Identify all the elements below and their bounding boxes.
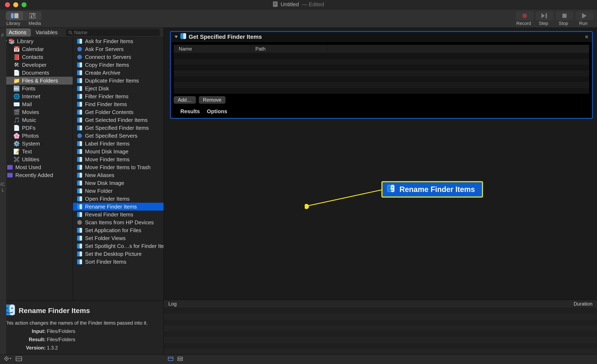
alt-log-view-button[interactable] (177, 356, 183, 362)
workflow-canvas[interactable]: Get Specified Finder Items × Name Path A… (164, 28, 597, 300)
disclosure-triangle-icon[interactable] (174, 36, 178, 38)
action-item[interactable]: New Disk Image (73, 179, 164, 187)
svg-rect-31 (80, 110, 82, 115)
smart-folder-item[interactable]: Most Used (0, 163, 73, 171)
category-item[interactable]: 🎬Movies (0, 108, 73, 116)
action-table-body[interactable] (174, 53, 589, 94)
action-item-label: Label Finder Items (85, 141, 130, 147)
name-column-header[interactable]: Name (174, 45, 251, 53)
category-item[interactable]: 🎵Music (0, 116, 73, 124)
run-button[interactable] (575, 11, 593, 20)
svg-rect-13 (7, 173, 13, 177)
gear-menu-button[interactable] (4, 356, 11, 363)
options-tab[interactable]: Options (207, 108, 227, 115)
action-item[interactable]: Filter Finder Items (73, 92, 164, 100)
record-label: Record (516, 21, 531, 26)
action-icon (77, 157, 83, 162)
action-item[interactable]: Get Folder Contents (73, 108, 164, 116)
svg-rect-12 (7, 165, 13, 170)
action-item[interactable]: Get Selected Finder Items (73, 116, 164, 124)
record-button[interactable] (516, 11, 534, 20)
action-item[interactable]: Move Finder Items to Trash (73, 163, 164, 171)
action-item[interactable]: Get Specified Servers (73, 132, 164, 140)
close-action-button[interactable]: × (585, 34, 588, 40)
category-item[interactable]: 🔤Fonts (0, 85, 73, 92)
action-item[interactable]: Eject Disk (73, 85, 164, 92)
media-view-button[interactable] (24, 11, 41, 20)
svg-point-36 (77, 134, 82, 138)
action-item[interactable]: Copy Finder Items (73, 61, 164, 69)
list-icon (168, 357, 173, 361)
svg-rect-56 (80, 212, 82, 217)
smart-folder-item[interactable]: Recently Added (0, 171, 73, 179)
info-title: Rename Finder Items (19, 307, 90, 315)
stop-button[interactable] (556, 11, 573, 20)
category-item[interactable]: 📄PDFs (0, 124, 73, 132)
drag-item-rename-finder-items[interactable]: Rename Finder Items (381, 181, 483, 198)
action-icon (77, 227, 83, 233)
action-item[interactable]: Create Archive (73, 69, 164, 77)
action-item-label: Scan Items from HP Devices (85, 219, 154, 226)
action-item[interactable]: Set Folder Views (73, 234, 164, 242)
action-item[interactable]: Open Finder Items (73, 195, 164, 203)
action-item[interactable]: New Aliases (73, 171, 164, 179)
library-root[interactable]: 📚Library (0, 37, 73, 45)
gear-icon (4, 356, 11, 361)
category-item[interactable]: 🌸Photos (0, 132, 73, 140)
actions-tab[interactable]: Actions (4, 28, 31, 37)
action-item-label: Get Folder Contents (85, 109, 134, 115)
category-icon: 📁 (14, 78, 19, 84)
action-item-label: Set Spotlight Co…s for Finder Items (85, 243, 164, 249)
action-item[interactable]: Ask for Finder Items (73, 37, 164, 45)
log-body[interactable] (164, 308, 597, 355)
variables-toggle-button[interactable] (16, 356, 22, 363)
path-column-header[interactable]: Path (251, 45, 327, 53)
action-item[interactable]: Set Application for Files (73, 226, 164, 234)
category-item[interactable]: ✖️Utilities (0, 156, 73, 163)
action-item[interactable]: Reveal Finder Items (73, 211, 164, 219)
category-item[interactable]: ⚙️System (0, 140, 73, 148)
category-item[interactable]: 📁Files & Folders (0, 77, 73, 85)
category-list[interactable]: 📚Library📅Calendar📕Contacts🛠Developer📄Doc… (0, 37, 73, 301)
action-item[interactable]: Find Finder Items (73, 100, 164, 108)
remove-button[interactable]: Remove (199, 96, 226, 104)
svg-rect-91 (178, 359, 183, 361)
library-label: Library (6, 21, 20, 26)
action-item[interactable]: Label Finder Items (73, 140, 164, 148)
action-item[interactable]: New Folder (73, 187, 164, 195)
action-item[interactable]: Duplicate Finder Items (73, 77, 164, 85)
category-item[interactable]: 📕Contacts (0, 53, 73, 61)
action-item-label: Find Finder Items (85, 101, 127, 108)
svg-rect-40 (80, 149, 82, 154)
category-icon: 📕 (14, 54, 19, 60)
log-view-button[interactable] (168, 356, 173, 362)
variables-tab[interactable]: Variables (31, 28, 62, 37)
info-input-label: Input: (4, 328, 46, 334)
action-item-label: Ask For Servers (85, 46, 124, 52)
results-tab[interactable]: Results (180, 108, 200, 115)
add-button[interactable]: Add… (174, 96, 196, 104)
action-item[interactable]: Get Specified Finder Items (73, 124, 164, 132)
category-item[interactable]: 🛠Developer (0, 61, 73, 69)
action-item-label: Get Specified Finder Items (85, 125, 149, 131)
action-item[interactable]: Move Finder Items (73, 156, 164, 163)
category-item[interactable]: ✉️Mail (0, 100, 73, 108)
action-item[interactable]: Scan Items from HP Devices (73, 219, 164, 226)
category-item[interactable]: 🌐Internet (0, 92, 73, 100)
workflow-action-get-specified-finder-items[interactable]: Get Specified Finder Items × Name Path A… (170, 31, 593, 119)
category-item[interactable]: 📅Calendar (0, 45, 73, 53)
search-input[interactable]: Name (66, 29, 160, 36)
action-item[interactable]: Connect to Servers (73, 53, 164, 61)
action-item[interactable]: Sort Finder Items (73, 258, 164, 266)
step-button[interactable] (536, 11, 553, 20)
action-item[interactable]: Set the Desktop Picture (73, 250, 164, 258)
action-item[interactable]: Mount Disk Image (73, 148, 164, 156)
action-item[interactable]: Ask For Servers (73, 45, 164, 53)
category-item[interactable]: 📄Documents (0, 69, 73, 77)
action-list[interactable]: Ask for Finder ItemsAsk For ServersConne… (73, 37, 164, 301)
action-item[interactable]: Rename Finder Items (73, 203, 164, 211)
category-item[interactable]: 📝Text (0, 148, 73, 156)
library-view-button[interactable] (6, 11, 24, 20)
action-item[interactable]: Set Spotlight Co…s for Finder Items (73, 242, 164, 250)
svg-rect-63 (80, 244, 82, 249)
